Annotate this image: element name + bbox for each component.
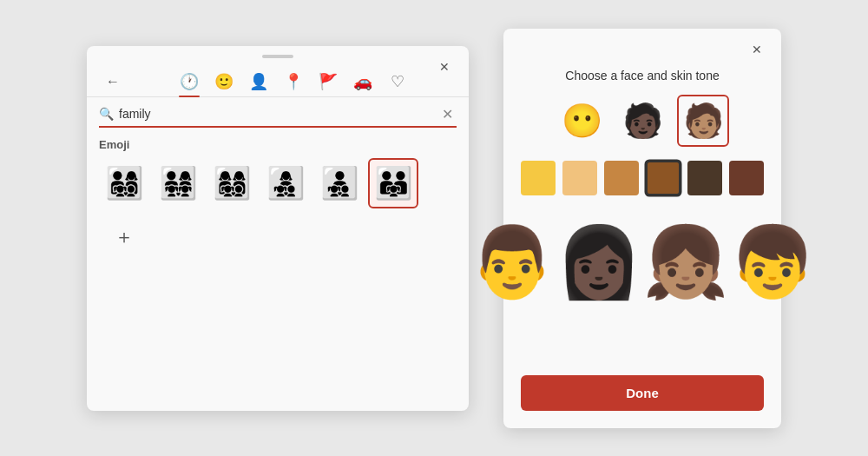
tone-yellow[interactable]: [521, 161, 556, 195]
emoji-item-5[interactable]: 👨‍👧‍👦: [314, 158, 365, 208]
drag-bar: [262, 55, 293, 58]
tone-swatches-row: [503, 161, 781, 213]
search-clear-button[interactable]: ✕: [438, 106, 457, 122]
face-option-2[interactable]: 🧑🏿: [616, 95, 668, 147]
done-button[interactable]: Done: [521, 375, 764, 411]
smiley-icon-btn[interactable]: 🙂: [207, 67, 240, 96]
nav-row: ← 🕐 🙂 👤 📍 🚩 🚗 ♡: [87, 62, 469, 97]
close-button[interactable]: ✕: [432, 55, 457, 79]
emoji-item-2[interactable]: 👨‍👩‍👧‍👧: [153, 158, 203, 208]
face-option-3[interactable]: 🧑🏽: [677, 95, 729, 147]
chooser-title: Choose a face and skin tone: [503, 65, 781, 95]
emoji-add-button[interactable]: ＋: [99, 212, 149, 262]
flag-icon-btn[interactable]: 🚩: [312, 67, 345, 96]
search-input[interactable]: [119, 107, 438, 121]
search-row: 🔍 ✕: [99, 106, 457, 128]
done-button-wrap: Done: [503, 375, 781, 428]
tone-medium[interactable]: [646, 161, 681, 195]
preview-emoji: 👨‍👩🏿‍👧🏽‍👦: [503, 213, 781, 317]
tone-medium-light[interactable]: [604, 161, 639, 195]
emoji-item-3[interactable]: 👩‍👩‍👧‍👦: [207, 158, 257, 208]
heart-icon-btn[interactable]: ♡: [381, 67, 414, 96]
emoji-grid: 👨‍👩‍👧‍👦 👨‍👩‍👧‍👧 👩‍👩‍👧‍👦 👩‍👧‍👦 👨‍👧‍👦 👨‍👨‍…: [99, 158, 457, 262]
emoji-picker-panel: ✕ ← 🕐 🙂 👤 📍 🚩 🚗 ♡ 🔍 ✕ Emoji 👨‍👩‍👧‍👦 👨‍👩‍…: [87, 46, 469, 411]
people-icon-btn[interactable]: 👤: [242, 67, 275, 96]
face-options-row: 😶 🧑🏿 🧑🏽: [503, 95, 781, 161]
emoji-item-1[interactable]: 👨‍👩‍👧‍👦: [99, 158, 149, 208]
search-icon: 🔍: [99, 107, 114, 121]
section-label: Emoji: [99, 138, 457, 151]
nav-icons: 🕐 🙂 👤 📍 🚩 🚗 ♡: [130, 67, 457, 96]
right-close-button[interactable]: ✕: [745, 37, 769, 62]
face-option-1[interactable]: 😶: [556, 95, 608, 147]
drag-bar-area: [87, 46, 469, 62]
emoji-item-4[interactable]: 👩‍👧‍👦: [260, 158, 311, 208]
tone-medium-dark[interactable]: [687, 161, 722, 195]
right-panel-header: ✕: [503, 29, 781, 65]
back-button[interactable]: ←: [99, 69, 127, 95]
skin-tone-chooser-panel: ✕ Choose a face and skin tone 😶 🧑🏿 🧑🏽 👨‍…: [503, 29, 781, 428]
emoji-section: Emoji 👨‍👩‍👧‍👦 👨‍👩‍👧‍👧 👩‍👩‍👧‍👦 👩‍👧‍👦 👨‍👧‍…: [87, 133, 469, 411]
vehicle-icon-btn[interactable]: 🚗: [346, 67, 379, 96]
nature-icon-btn[interactable]: 📍: [277, 67, 310, 96]
tone-light[interactable]: [562, 161, 597, 195]
recent-icon-btn[interactable]: 🕐: [173, 67, 206, 96]
emoji-item-6[interactable]: 👨‍👨‍👧: [368, 158, 418, 208]
tone-dark[interactable]: [729, 161, 764, 195]
